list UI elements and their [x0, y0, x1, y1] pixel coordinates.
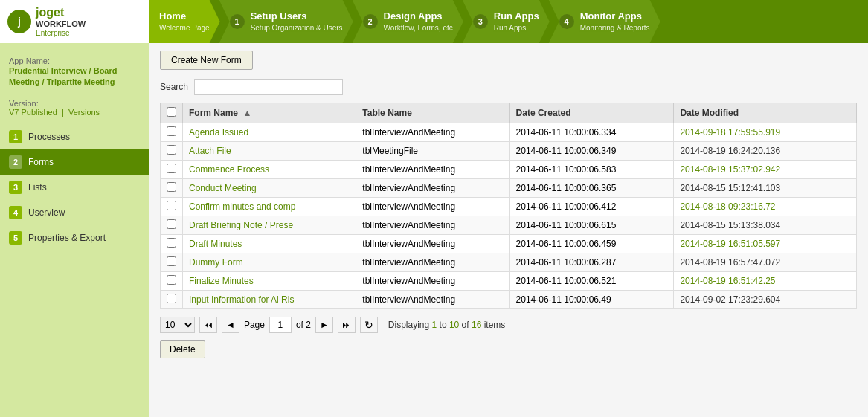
row-form-name: Draft Minutes [183, 235, 356, 253]
refresh-button[interactable]: ↻ [360, 317, 378, 333]
table-row: Attach File tblMeetingFile 2014-06-11 10… [161, 142, 857, 161]
row-table-name: tblInterviewAndMeeting [356, 123, 509, 142]
nav-setup-number: 1 [230, 14, 245, 29]
row-date-modified: 2014-08-19 16:24:20.136 [674, 142, 838, 161]
header-table-name: Table Name [356, 103, 509, 123]
version-label: Version: [9, 99, 140, 108]
nav-design[interactable]: 2 Design Apps Workflow, Forms, etc [353, 0, 463, 43]
row-form-name: Conduct Meeting [183, 179, 356, 198]
nav-design-label: Design Apps Workflow, Forms, etc [384, 10, 453, 33]
row-checkbox[interactable] [167, 201, 176, 210]
sidebar-item-forms-num: 2 [9, 155, 22, 169]
sidebar: App Name: Prudential Interview / Board M… [0, 43, 149, 417]
row-actions [838, 198, 857, 216]
sidebar-item-userview[interactable]: 4 Userview [0, 200, 149, 225]
row-checkbox[interactable] [167, 275, 176, 285]
sidebar-item-lists[interactable]: 3 Lists [0, 175, 149, 200]
row-checkbox[interactable] [167, 145, 176, 155]
row-table-name: tblMeetingFile [356, 142, 509, 161]
main-layout: App Name: Prudential Interview / Board M… [0, 43, 868, 417]
row-actions [838, 161, 857, 179]
select-all-checkbox[interactable] [167, 107, 176, 117]
row-date-created: 2014-06-11 10:00:06.412 [509, 198, 674, 216]
sort-arrow-icon: ▲ [242, 108, 251, 118]
page-size-select[interactable]: 10 25 50 100 [160, 317, 195, 333]
sidebar-item-forms-label: Forms [28, 157, 54, 167]
next-page-button[interactable]: ► [315, 317, 333, 333]
row-actions [838, 291, 857, 309]
of-label: of 2 [296, 320, 311, 330]
row-date-modified: 2014-08-19 16:57:47.072 [674, 253, 838, 272]
app-name-section: App Name: Prudential Interview / Board M… [0, 51, 149, 96]
sidebar-item-properties[interactable]: 5 Properties & Export [0, 225, 149, 250]
sidebar-item-processes-label: Processes [28, 132, 70, 142]
search-input[interactable] [194, 79, 343, 95]
nav-home[interactable]: Home Welcome Page [149, 0, 220, 43]
delete-button[interactable]: Delete [160, 340, 205, 358]
row-checkbox[interactable] [167, 182, 176, 192]
row-form-name: Draft Briefing Note / Prese [183, 216, 356, 235]
first-page-button[interactable]: ⏮ [199, 317, 217, 333]
row-checkbox[interactable] [167, 164, 176, 173]
row-checkbox-cell [161, 142, 183, 161]
row-form-name: Agenda Issued [183, 123, 356, 142]
row-table-name: tblInterviewAndMeeting [356, 291, 509, 309]
nav-monitor-number: 4 [559, 14, 574, 29]
page-label: Page [244, 320, 265, 330]
logo-icon: j [7, 10, 31, 33]
top-nav: j joget WORKFLOW Enterprise Home Welcome… [0, 0, 868, 43]
nav-monitor[interactable]: 4 Monitor Apps Monitoring & Reports [549, 0, 660, 43]
row-checkbox[interactable] [167, 294, 176, 303]
sidebar-item-processes-num: 1 [9, 130, 22, 143]
nav-setup[interactable]: 1 Setup Users Setup Organization & Users [219, 0, 353, 43]
sidebar-item-properties-num: 5 [9, 231, 22, 245]
row-checkbox-cell [161, 291, 183, 309]
row-actions [838, 272, 857, 291]
prev-page-button[interactable]: ◄ [222, 317, 239, 333]
app-name-value: Prudential Interview / Board Meeting / T… [9, 65, 140, 88]
sidebar-item-forms[interactable]: 2 Forms [0, 149, 149, 175]
sidebar-item-processes[interactable]: 1 Processes [0, 124, 149, 149]
table-row: Commence Process tblInterviewAndMeeting … [161, 161, 857, 179]
nav-monitor-label: Monitor Apps Monitoring & Reports [580, 10, 650, 33]
last-page-button[interactable]: ⏭ [338, 317, 356, 333]
version-links: V7 Published | Versions [9, 108, 140, 117]
page-total: 16 [472, 320, 481, 330]
row-actions [838, 123, 857, 142]
header-date-modified: Date Modified [674, 103, 838, 123]
create-new-form-button[interactable]: Create New Form [160, 51, 253, 70]
row-table-name: tblInterviewAndMeeting [356, 161, 509, 179]
row-table-name: tblInterviewAndMeeting [356, 235, 509, 253]
row-checkbox-cell [161, 198, 183, 216]
table-header-row: Form Name ▲ Table Name Date Created Date… [161, 103, 857, 123]
row-checkbox[interactable] [167, 256, 176, 266]
row-checkbox[interactable] [167, 219, 176, 229]
row-actions [838, 235, 857, 253]
data-table: Form Name ▲ Table Name Date Created Date… [160, 103, 857, 309]
row-form-name: Attach File [183, 142, 356, 161]
table-row: Input Information for Al Ris tblIntervie… [161, 291, 857, 309]
row-checkbox[interactable] [167, 126, 176, 136]
row-checkbox[interactable] [167, 238, 176, 248]
search-label: Search [160, 82, 188, 92]
row-date-created: 2014-06-11 10:00:06.521 [509, 272, 674, 291]
version-published-link[interactable]: V7 Published [9, 108, 57, 117]
row-table-name: tblInterviewAndMeeting [356, 216, 509, 235]
row-table-name: tblInterviewAndMeeting [356, 179, 509, 198]
row-date-created: 2014-06-11 10:00:06.349 [509, 142, 674, 161]
header-form-name[interactable]: Form Name ▲ [183, 103, 356, 123]
page-input[interactable] [269, 317, 292, 333]
nav-design-number: 2 [363, 14, 378, 29]
search-row: Search [160, 79, 857, 95]
row-checkbox-cell [161, 235, 183, 253]
main-content: Create New Form Search Form Name ▲ Table… [149, 43, 868, 417]
nav-run[interactable]: 3 Run Apps Run Apps [463, 0, 550, 43]
version-all-link[interactable]: Versions [68, 108, 100, 117]
row-checkbox-cell [161, 253, 183, 272]
row-checkbox-cell [161, 161, 183, 179]
row-table-name: tblInterviewAndMeeting [356, 198, 509, 216]
row-date-created: 2014-06-11 10:00:06.615 [509, 216, 674, 235]
table-row: Finalize Minutes tblInterviewAndMeeting … [161, 272, 857, 291]
pagination-row: 10 25 50 100 ⏮ ◄ Page of 2 ► ⏭ ↻ Display… [160, 317, 857, 333]
row-checkbox-cell [161, 216, 183, 235]
